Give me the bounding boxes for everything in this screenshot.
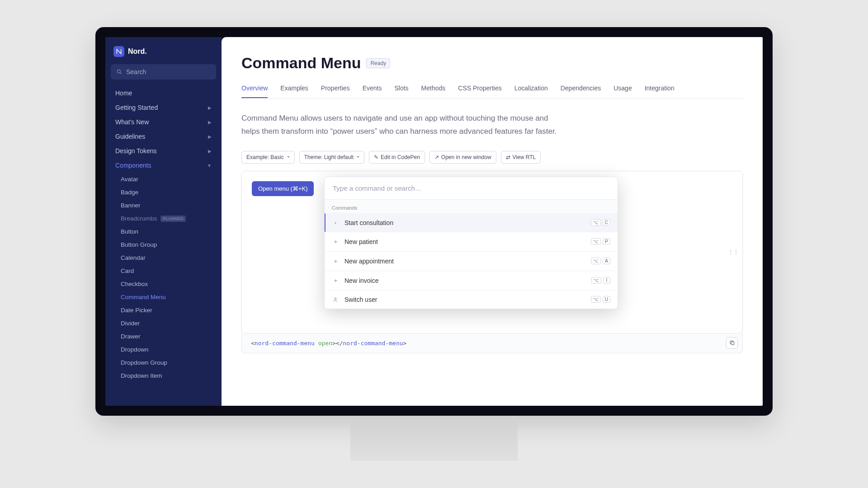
command-section-label: Commands (325, 203, 618, 213)
nav-sub-card[interactable]: Card (111, 264, 216, 277)
command-item-new-appointment[interactable]: ＋ New appointment ⌥ A (325, 251, 618, 271)
command-item-switch-user[interactable]: Switch user ⌥ U (325, 290, 618, 309)
plus-icon: ＋ (332, 238, 339, 246)
command-menu: Commands › Start consultation ⌥ C ＋ New … (324, 177, 618, 309)
rtl-icon: ⇄ (506, 154, 510, 160)
nav-sub-button[interactable]: Button (111, 225, 216, 238)
nav-sub-command-menu[interactable]: Command Menu (111, 291, 216, 304)
user-icon (332, 297, 339, 302)
page-title: Command Menu (241, 54, 361, 72)
nav-sub-banner[interactable]: Banner (111, 199, 216, 212)
nav-sub-date-picker[interactable]: Date Picker (111, 304, 216, 317)
planned-badge: PLANNED (160, 216, 186, 222)
nav-getting-started[interactable]: Getting Started ▶ (111, 100, 216, 115)
search-icon (116, 69, 123, 75)
chevron-down-icon: ▼ (207, 163, 212, 168)
svg-rect-2 (731, 342, 734, 345)
nav-home[interactable]: Home (111, 86, 216, 100)
command-item-new-patient[interactable]: ＋ New patient ⌥ P (325, 232, 618, 251)
status-badge: Ready (366, 58, 390, 68)
tab-methods[interactable]: Methods (421, 84, 446, 98)
shortcut-keys: ⌥ C (591, 219, 610, 226)
example-select[interactable]: Example: Basic (241, 151, 295, 164)
open-menu-button[interactable]: Open menu (⌘+K) (252, 181, 314, 196)
plus-icon: ＋ (332, 257, 339, 265)
nav-sub-dropdown[interactable]: Dropdown (111, 343, 216, 356)
tab-examples[interactable]: Examples (280, 84, 308, 98)
tab-localization[interactable]: Localization (514, 84, 548, 98)
chevron-right-icon: ▶ (208, 134, 212, 139)
nav-sub-calendar[interactable]: Calendar (111, 251, 216, 264)
chevron-right-icon: › (332, 219, 339, 226)
code-block: <nord-command-menu open></nord-command-m… (241, 333, 743, 353)
brand-name: Nord. (128, 47, 147, 56)
nav-sub-avatar[interactable]: Avatar (111, 173, 216, 186)
nav-sub-checkbox[interactable]: Checkbox (111, 277, 216, 291)
search-placeholder: Search (126, 68, 211, 75)
edit-codepen-button[interactable]: ✎ Edit in CodePen (369, 151, 425, 164)
tab-css-properties[interactable]: CSS Properties (458, 84, 501, 98)
nav-sub-dropdown-item[interactable]: Dropdown Item (111, 369, 216, 382)
nav-sub-button-group[interactable]: Button Group (111, 238, 216, 251)
main-content: Command Menu Ready Overview Examples Pro… (222, 37, 763, 406)
command-item-start-consultation[interactable]: › Start consultation ⌥ C (325, 213, 618, 232)
plus-icon: ＋ (332, 277, 339, 285)
edit-icon: ✎ (374, 154, 378, 160)
tabs: Overview Examples Properties Events Slot… (241, 84, 743, 99)
tab-properties[interactable]: Properties (321, 84, 350, 98)
brand-logo-icon (113, 46, 124, 57)
svg-point-0 (117, 70, 120, 73)
theme-select[interactable]: Theme: Light default (299, 151, 364, 164)
nav-sub-breadcrumbs[interactable]: Breadcrumbs PLANNED (111, 212, 216, 225)
tab-dependencies[interactable]: Dependencies (561, 84, 601, 98)
shortcut-keys: ⌥ A (591, 258, 610, 264)
sidebar: Nord. Search Home Getting Started ▶ What… (105, 37, 222, 406)
chevron-right-icon: ▶ (208, 120, 212, 125)
resize-handle-icon[interactable]: ⋮⋮ (728, 249, 739, 255)
shortcut-keys: ⌥ I (591, 277, 610, 284)
brand[interactable]: Nord. (111, 46, 216, 64)
shortcut-keys: ⌥ P (591, 238, 610, 245)
command-input[interactable] (325, 177, 618, 199)
chevron-right-icon: ▶ (208, 105, 212, 110)
page-description: Command Menu allows users to navigate an… (241, 112, 567, 138)
nav-sub-badge[interactable]: Badge (111, 186, 216, 199)
search-input[interactable]: Search (111, 64, 216, 80)
nav-guidelines[interactable]: Guidelines ▶ (111, 129, 216, 144)
open-new-window-button[interactable]: ↗ Open in new window (429, 151, 496, 164)
nav-sub-divider[interactable]: Divider (111, 317, 216, 330)
nav-whats-new[interactable]: What's New ▶ (111, 115, 216, 129)
nav-design-tokens[interactable]: Design Tokens ▶ (111, 144, 216, 158)
tab-slots[interactable]: Slots (394, 84, 408, 98)
shortcut-keys: ⌥ U (591, 296, 610, 303)
tab-usage[interactable]: Usage (613, 84, 632, 98)
copy-code-button[interactable] (726, 337, 738, 349)
copy-icon (729, 340, 735, 346)
example-toolbar: Example: Basic Theme: Light default ✎ Ed… (241, 151, 743, 164)
nav-sub-drawer[interactable]: Drawer (111, 330, 216, 343)
external-link-icon: ↗ (434, 154, 439, 160)
monitor-stand (350, 416, 518, 461)
nav-components[interactable]: Components ▼ (111, 158, 216, 173)
chevron-right-icon: ▶ (208, 149, 212, 154)
view-rtl-button[interactable]: ⇄ View RTL (501, 151, 541, 164)
tab-events[interactable]: Events (363, 84, 382, 98)
command-item-new-invoice[interactable]: ＋ New invoice ⌥ I (325, 271, 618, 290)
preview-box: Open menu (⌘+K) Commands › Start consult… (241, 171, 743, 333)
svg-point-1 (335, 298, 336, 300)
tab-integration[interactable]: Integration (645, 84, 675, 98)
tab-overview[interactable]: Overview (241, 84, 268, 98)
nav-sub-dropdown-group[interactable]: Dropdown Group (111, 356, 216, 369)
